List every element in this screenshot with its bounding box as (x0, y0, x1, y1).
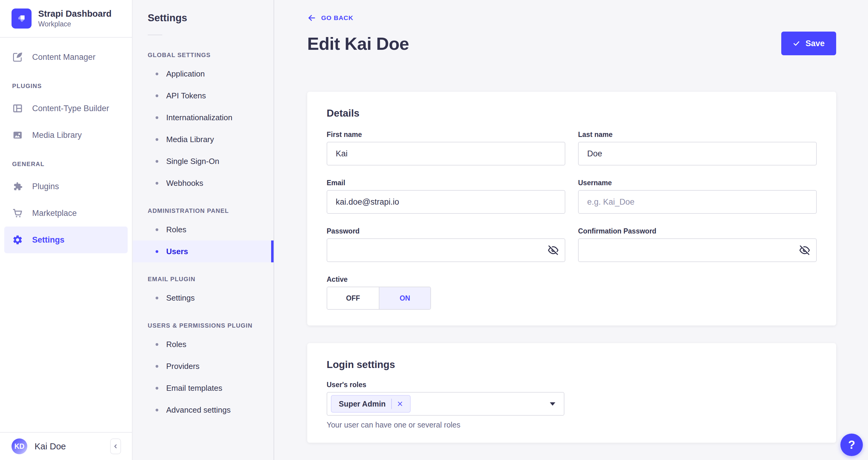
first-name-label: First name (327, 131, 565, 139)
subnav-item-internationalization[interactable]: Internationalization (132, 107, 274, 128)
nav-section-general: GENERAL (12, 161, 120, 168)
email-label: Email (327, 179, 565, 187)
bullet-icon (156, 73, 158, 75)
subnav-item-advanced-settings[interactable]: Advanced settings (132, 399, 274, 421)
workspace-name: Workplace (38, 20, 112, 28)
username-group: Username (578, 179, 817, 214)
cart-icon (12, 208, 23, 219)
subnav-item-label: Internationalization (166, 113, 232, 122)
subnav-item-label: Single Sign-On (166, 157, 219, 166)
active-toggle: OFF ON (327, 287, 431, 310)
sidebar-item-marketplace[interactable]: Marketplace (4, 200, 128, 227)
first-name-group: First name (327, 131, 565, 166)
strapi-logo-icon (11, 8, 32, 29)
subnav-item-label: Webhooks (166, 178, 203, 188)
username-label: Username (578, 179, 817, 187)
main-nav-list: Content Manager PLUGINS Content-Type Bui… (0, 38, 132, 432)
confirmation-password-field[interactable] (578, 238, 817, 262)
sidebar-item-plugins[interactable]: Plugins (4, 173, 128, 200)
password-field[interactable] (327, 238, 565, 262)
page-title: Edit Kai Doe (307, 33, 409, 54)
sidebar-item-label: Media Library (32, 131, 82, 140)
subnav-item-admin-roles[interactable]: Roles (132, 219, 274, 240)
username-field[interactable] (578, 190, 817, 214)
login-settings-card: Login settings User's roles Super Admin (307, 343, 836, 443)
active-label: Active (327, 276, 565, 284)
close-icon (397, 401, 403, 407)
sidebar-item-content-manager[interactable]: Content Manager (4, 44, 128, 70)
remove-role-button[interactable] (397, 396, 410, 412)
bullet-icon (156, 409, 158, 411)
subnav-item-email-settings[interactable]: Settings (132, 287, 274, 309)
active-toggle-on[interactable]: ON (379, 287, 430, 309)
subnav-item-webhooks[interactable]: Webhooks (132, 172, 274, 194)
sidebar-item-label: Marketplace (32, 209, 77, 218)
subnav-title: Settings (148, 12, 274, 24)
roles-group: User's roles Super Admin Your user ca (327, 381, 817, 429)
details-card: Details First name Last name Email Usern… (307, 92, 836, 325)
help-button[interactable]: ? (840, 434, 863, 456)
avatar: KD (11, 438, 27, 454)
subnav-section-email-plugin: EMAIL PLUGIN Settings (132, 276, 274, 309)
brand-text: Strapi Dashboard Workplace (38, 9, 112, 28)
sidebar-item-label: Settings (32, 235, 65, 245)
gear-icon (12, 234, 23, 245)
subnav-section-label: GLOBAL SETTINGS (148, 52, 274, 59)
bullet-icon (156, 138, 158, 141)
details-heading: Details (327, 108, 817, 119)
roles-select[interactable]: Super Admin (327, 392, 564, 416)
subnav-section-global-settings: GLOBAL SETTINGS Application API Tokens I… (132, 52, 274, 194)
subnav-item-label: Users (166, 247, 188, 256)
subnav-item-admin-users[interactable]: Users (132, 240, 274, 262)
subnav-item-email-templates[interactable]: Email templates (132, 377, 274, 399)
subnav-item-providers[interactable]: Providers (132, 355, 274, 377)
main-content: GO BACK Edit Kai Doe Save Details First … (274, 0, 868, 460)
toggle-password-visibility-button[interactable] (546, 243, 560, 257)
bullet-icon (156, 116, 158, 119)
bullet-icon (156, 365, 158, 368)
subnav-item-label: Settings (166, 293, 195, 303)
tag-divider (391, 399, 392, 409)
subnav-item-media-library[interactable]: Media Library (132, 128, 274, 150)
confirmation-password-label: Confirmation Password (578, 227, 817, 235)
subnav-item-api-tokens[interactable]: API Tokens (132, 85, 274, 107)
role-tag: Super Admin (331, 395, 411, 413)
roles-label: User's roles (327, 381, 817, 389)
password-label: Password (327, 227, 565, 235)
subnav-item-label: Roles (166, 340, 186, 349)
bullet-icon (156, 297, 158, 299)
toggle-confirmation-visibility-button[interactable] (797, 243, 812, 257)
bullet-icon (156, 182, 158, 184)
bullet-icon (156, 228, 158, 231)
subnav-item-label: Advanced settings (166, 405, 230, 415)
subnav-section-label: ADMINISTRATION PANEL (148, 207, 274, 214)
subnav-item-up-roles[interactable]: Roles (132, 334, 274, 355)
sidebar-user-footer: KD Kai Doe (0, 432, 132, 460)
bullet-icon (156, 343, 158, 346)
save-button-label: Save (806, 39, 825, 48)
save-button[interactable]: Save (781, 32, 836, 55)
main-sidebar: Strapi Dashboard Workplace Content Manag… (0, 0, 132, 460)
role-tag-label: Super Admin (339, 400, 386, 408)
user-name: Kai Doe (35, 441, 66, 452)
active-group: Active OFF ON (327, 276, 565, 310)
sidebar-item-settings[interactable]: Settings (4, 227, 128, 253)
go-back-link[interactable]: GO BACK (307, 13, 353, 23)
login-settings-heading: Login settings (327, 359, 817, 370)
last-name-field[interactable] (578, 142, 817, 166)
first-name-field[interactable] (327, 142, 565, 166)
subnav-section-label: USERS & PERMISSIONS PLUGIN (148, 322, 274, 329)
active-toggle-off[interactable]: OFF (327, 287, 379, 309)
collapse-sidebar-button[interactable] (110, 438, 121, 454)
sidebar-item-media-library[interactable]: Media Library (4, 122, 128, 148)
subnav-item-single-sign-on[interactable]: Single Sign-On (132, 150, 274, 172)
chevron-left-icon (112, 443, 119, 450)
subnav-section-label: EMAIL PLUGIN (148, 276, 274, 283)
sidebar-item-content-type-builder[interactable]: Content-Type Builder (4, 95, 128, 122)
sidebar-item-label: Content-Type Builder (32, 104, 109, 113)
bullet-icon (156, 94, 158, 97)
subnav-item-application[interactable]: Application (132, 63, 274, 85)
eye-off-icon (800, 245, 810, 255)
email-field[interactable] (327, 190, 565, 214)
last-name-label: Last name (578, 131, 817, 139)
